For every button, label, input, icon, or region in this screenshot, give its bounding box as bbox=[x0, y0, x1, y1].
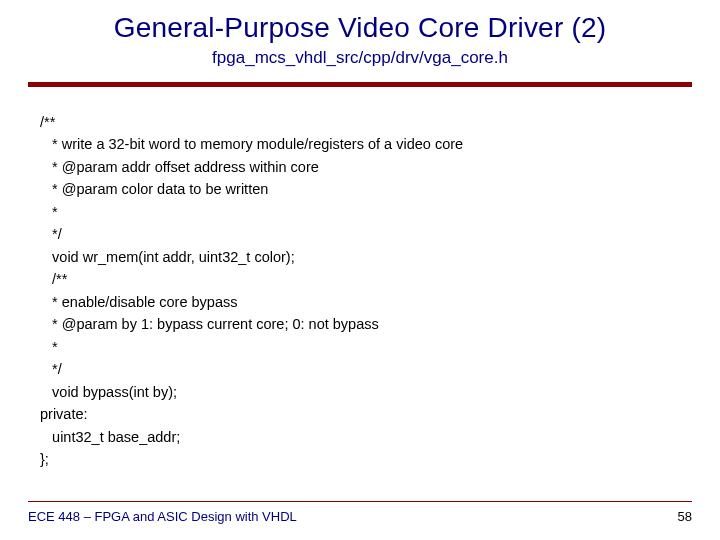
code-block: /** * write a 32-bit word to memory modu… bbox=[28, 111, 692, 471]
course-label: ECE 448 – FPGA and ASIC Design with VHDL bbox=[28, 509, 297, 524]
page-number: 58 bbox=[678, 509, 692, 524]
slide-title: General-Purpose Video Core Driver (2) bbox=[28, 12, 692, 44]
slide-subtitle: fpga_mcs_vhdl_src/cpp/drv/vga_core.h bbox=[28, 48, 692, 68]
title-rule bbox=[28, 82, 692, 87]
footer: ECE 448 – FPGA and ASIC Design with VHDL… bbox=[28, 509, 692, 524]
slide: General-Purpose Video Core Driver (2) fp… bbox=[0, 0, 720, 540]
footer-rule bbox=[28, 501, 692, 502]
